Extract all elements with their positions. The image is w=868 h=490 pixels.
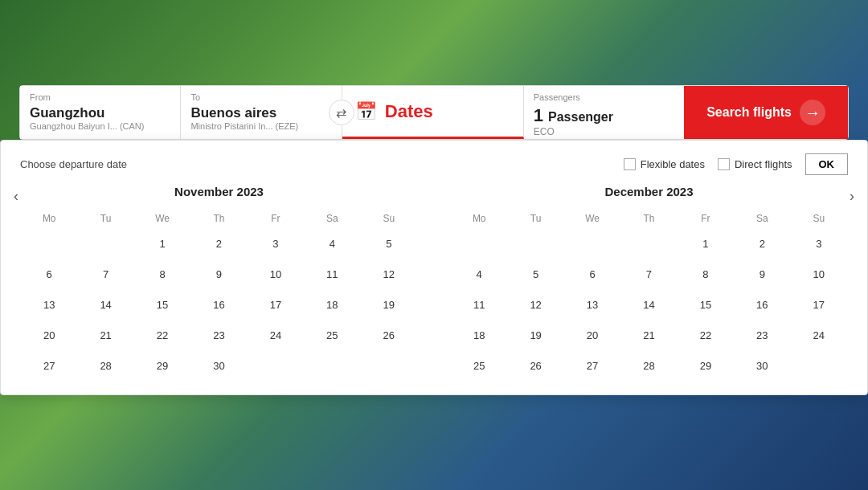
calendar-day[interactable]: 3 xyxy=(792,229,846,258)
calendar-day[interactable]: 30 xyxy=(191,351,246,380)
calendar-day[interactable]: 29 xyxy=(678,351,733,380)
dec-col-we: We xyxy=(565,210,620,227)
direct-flights-option[interactable]: Direct flights xyxy=(718,158,792,170)
calendar-day[interactable]: 8 xyxy=(678,259,733,288)
calendar-day[interactable]: 22 xyxy=(135,321,190,349)
calendar-day[interactable]: 29 xyxy=(135,351,190,380)
calendar-options: Flexible dates Direct flights OK xyxy=(624,153,848,175)
calendar-day[interactable]: 17 xyxy=(792,290,846,319)
calendar-day[interactable]: 13 xyxy=(565,290,620,319)
calendar-next-button[interactable]: › xyxy=(843,185,861,208)
calendar-day[interactable]: 9 xyxy=(191,259,246,288)
calendar-day[interactable]: 24 xyxy=(248,321,303,349)
calendar-day[interactable]: 11 xyxy=(305,259,359,288)
calendar-overlay: Choose departure date Flexible dates Dir… xyxy=(0,140,868,395)
calendar-day[interactable]: 27 xyxy=(565,351,620,380)
calendar-day xyxy=(305,351,359,380)
from-field[interactable]: From Guangzhou Guangzhou Baiyun I... (CA… xyxy=(20,86,181,139)
search-flights-button[interactable]: Search flights → xyxy=(684,86,848,139)
nov-col-mo: Mo xyxy=(22,210,76,227)
calendar-day[interactable]: 26 xyxy=(508,351,563,380)
passenger-count-row: 1 Passenger xyxy=(534,105,674,126)
calendar-icon: 📅 xyxy=(355,101,377,122)
calendar-day[interactable]: 7 xyxy=(621,259,676,288)
nov-col-we: We xyxy=(135,210,190,227)
nov-col-su: Su xyxy=(362,210,416,227)
calendar-day[interactable]: 21 xyxy=(621,321,676,349)
calendar-day[interactable]: 26 xyxy=(362,321,416,349)
calendar-day[interactable]: 28 xyxy=(78,351,133,380)
calendar-day[interactable]: 12 xyxy=(362,259,416,288)
nov-col-fr: Fr xyxy=(248,210,303,227)
calendar-day[interactable]: 22 xyxy=(678,321,733,349)
passengers-field[interactable]: Passengers 1 Passenger ECO xyxy=(524,86,684,139)
calendar-day[interactable]: 2 xyxy=(735,229,789,258)
passenger-count: 1 xyxy=(534,105,543,126)
search-arrow-icon: → xyxy=(800,100,825,125)
calendar-day[interactable]: 11 xyxy=(452,290,506,319)
calendar-day[interactable]: 16 xyxy=(191,290,246,319)
calendar-day[interactable]: 19 xyxy=(362,290,416,319)
dates-field[interactable]: 📅 Dates xyxy=(342,86,524,139)
calendar-day[interactable]: 5 xyxy=(508,259,563,288)
direct-flights-checkbox[interactable] xyxy=(718,158,730,170)
calendar-ok-button[interactable]: OK xyxy=(805,153,849,175)
calendar-day[interactable]: 18 xyxy=(305,290,359,319)
calendar-day[interactable]: 19 xyxy=(508,321,563,349)
nov-col-sa: Sa xyxy=(305,210,359,227)
calendar-day[interactable]: 20 xyxy=(22,321,76,349)
passengers-label: Passengers xyxy=(534,92,674,102)
calendar-day[interactable]: 14 xyxy=(78,290,133,319)
calendar-day[interactable]: 8 xyxy=(135,259,190,288)
calendar-day[interactable]: 3 xyxy=(248,229,303,258)
calendar-day[interactable]: 25 xyxy=(305,321,359,349)
calendar-day[interactable]: 6 xyxy=(565,259,620,288)
calendar-day[interactable]: 21 xyxy=(78,321,133,349)
calendar-day[interactable]: 15 xyxy=(135,290,190,319)
calendar-day[interactable]: 17 xyxy=(248,290,303,319)
flexible-dates-option[interactable]: Flexible dates xyxy=(624,158,705,170)
search-flights-label: Search flights xyxy=(706,105,792,120)
calendar-day[interactable]: 24 xyxy=(792,321,846,349)
dec-col-mo: Mo xyxy=(452,210,506,227)
calendar-day[interactable]: 1 xyxy=(135,229,190,258)
calendar-day[interactable]: 28 xyxy=(621,351,676,380)
calendar-day[interactable]: 27 xyxy=(22,351,76,380)
calendar-day[interactable]: 14 xyxy=(621,290,676,319)
calendar-day[interactable]: 30 xyxy=(735,351,789,380)
calendar-day[interactable]: 4 xyxy=(305,229,359,258)
calendar-day[interactable]: 10 xyxy=(792,259,846,288)
to-field[interactable]: ⇄ To Buenos aires Ministro Pistarini In.… xyxy=(181,86,342,139)
calendar-header: Choose departure date Flexible dates Dir… xyxy=(20,153,848,175)
calendar-day xyxy=(452,229,506,258)
calendar-day[interactable]: 15 xyxy=(678,290,733,319)
calendar-day[interactable]: 6 xyxy=(22,259,76,288)
december-title: December 2023 xyxy=(450,185,848,198)
calendar-day[interactable]: 16 xyxy=(735,290,789,319)
to-city: Buenos aires xyxy=(190,105,331,121)
calendar-day xyxy=(78,229,133,258)
from-label: From xyxy=(30,92,170,102)
calendar-day[interactable]: 20 xyxy=(565,321,620,349)
calendar-day[interactable]: 13 xyxy=(22,290,76,319)
calendar-day[interactable]: 12 xyxy=(508,290,563,319)
calendar-day[interactable]: 9 xyxy=(735,259,789,288)
december-calendar: December 2023 Mo Tu We Th Fr Sa Su xyxy=(450,185,848,382)
calendar-day[interactable]: 4 xyxy=(452,259,506,288)
dec-col-th: Th xyxy=(621,210,676,227)
swap-button[interactable]: ⇄ xyxy=(329,100,354,125)
calendar-day[interactable]: 23 xyxy=(191,321,246,349)
dates-label: Dates xyxy=(385,101,433,122)
calendar-day[interactable]: 10 xyxy=(248,259,303,288)
calendar-day[interactable]: 7 xyxy=(78,259,133,288)
calendar-day[interactable]: 18 xyxy=(452,321,506,349)
calendar-prev-button[interactable]: ‹ xyxy=(7,185,25,208)
flexible-dates-checkbox[interactable] xyxy=(624,158,636,170)
calendar-day[interactable]: 25 xyxy=(452,351,506,380)
calendar-day[interactable]: 5 xyxy=(362,229,416,258)
from-airport: Guangzhou Baiyun I... (CAN) xyxy=(30,121,170,131)
calendar-day[interactable]: 23 xyxy=(735,321,789,349)
calendar-day[interactable]: 2 xyxy=(191,229,246,258)
passenger-type: Passenger xyxy=(548,110,613,125)
calendar-day[interactable]: 1 xyxy=(678,229,733,258)
